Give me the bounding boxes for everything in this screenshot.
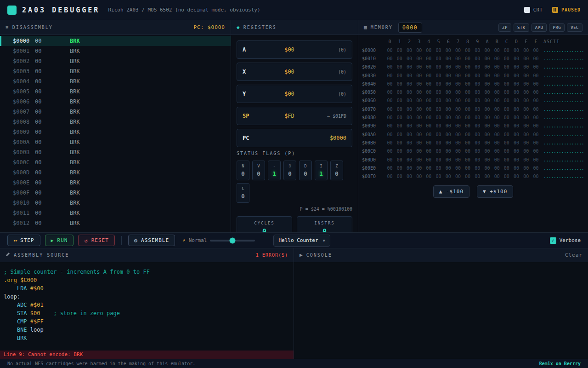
disasm-row[interactable]: $000200BRK — [0, 56, 231, 66]
memory-byte: 00 — [404, 90, 414, 95]
memory-page-up-button[interactable]: ▲ -$100 — [433, 185, 469, 198]
source-token: ADC — [17, 302, 27, 308]
disasm-mnemonic: BRK — [70, 48, 80, 54]
memory-byte: 00 — [424, 157, 434, 162]
memory-shortcuts: ZPSTKAPUPRGVEC — [496, 23, 582, 32]
memory-byte: 00 — [404, 81, 414, 86]
run-button[interactable]: ▶ RUN — [45, 235, 74, 246]
console-clear-button[interactable]: Clear — [565, 252, 582, 258]
console-panel: ▶ CONSOLE Clear — [294, 248, 588, 359]
memory-byte: 00 — [511, 157, 521, 162]
memory-byte: 00 — [502, 115, 511, 120]
disasm-row[interactable]: $000300BRK — [0, 66, 231, 76]
disasm-row[interactable]: $000F00BRK — [0, 188, 231, 198]
p-register-summary: P = $24 = %00100100 — [237, 207, 352, 212]
disasm-row[interactable]: $000E00BRK — [0, 178, 231, 188]
memory-column-headers: 0123456789ABCDEFASCII — [362, 38, 584, 45]
memory-address-input[interactable] — [398, 23, 422, 33]
memory-row: $001000000000000000000000000000000000...… — [362, 54, 584, 63]
memory-byte: 00 — [424, 73, 434, 78]
flag-name: D — [304, 164, 306, 168]
memory-byte: 00 — [414, 98, 424, 103]
memory-byte: 00 — [502, 157, 511, 162]
memory-byte: 00 — [395, 166, 404, 171]
memory-byte: 00 — [482, 166, 492, 171]
disasm-row[interactable]: $001200BRK — [0, 218, 231, 228]
disasm-row[interactable]: $000D00BRK — [0, 167, 231, 178]
disasm-row[interactable]: $000000BRK — [0, 36, 231, 46]
disasm-row[interactable]: $000800BRK — [0, 117, 231, 127]
memory-byte: 00 — [492, 73, 502, 78]
register-value: $00 — [259, 91, 320, 97]
program-select[interactable]: Hello Counter ▼ — [273, 235, 330, 247]
disasm-row[interactable]: $000600BRK — [0, 97, 231, 107]
memory-shortcut-stk[interactable]: STK — [514, 23, 529, 32]
memory-byte: 00 — [453, 140, 463, 145]
memory-byte: 00 — [531, 64, 541, 69]
memory-byte: 00 — [414, 174, 424, 179]
disasm-row[interactable]: $000A00BRK — [0, 137, 231, 147]
memory-byte: 00 — [482, 132, 492, 137]
step-button[interactable]: ▸▸ STEP — [7, 235, 40, 246]
register-pc: PC$0000 — [237, 129, 352, 147]
memory-byte: 00 — [453, 123, 463, 128]
memory-row: $008000000000000000000000000000000000...… — [362, 113, 584, 121]
source-editor[interactable]: ; Simple counter - increments A from 0 t… — [0, 262, 294, 351]
memory-col-header: 3 — [414, 39, 424, 44]
memory-byte: 00 — [463, 140, 473, 145]
memory-byte: 00 — [521, 123, 531, 128]
memory-byte: 00 — [443, 81, 453, 86]
disasm-row[interactable]: $000100BRK — [0, 46, 231, 56]
source-line: LDA #$00 — [4, 284, 290, 293]
disasm-row[interactable]: $000C00BRK — [0, 157, 231, 167]
source-line: BRK — [4, 334, 290, 342]
pc-label: PC: $0000 — [193, 24, 225, 30]
disasm-row[interactable]: $001100BRK — [0, 208, 231, 218]
memory-ascii: ................ — [543, 98, 584, 103]
disasm-row[interactable]: $000400BRK — [0, 76, 231, 86]
memory-byte: 00 — [521, 98, 531, 103]
memory-page-down-button[interactable]: ▼ +$100 — [477, 185, 513, 198]
crt-checkbox[interactable] — [524, 7, 530, 13]
disasm-row[interactable]: $000700BRK — [0, 107, 231, 117]
disasm-row[interactable]: $000B00BRK — [0, 147, 231, 157]
memory-shortcut-zp[interactable]: ZP — [498, 23, 511, 32]
disasm-mnemonic: BRK — [70, 200, 80, 206]
slider-thumb[interactable] — [230, 237, 236, 243]
memory-row: $00B000000000000000000000000000000000...… — [362, 138, 584, 147]
reset-button[interactable]: ↺ RESET — [78, 235, 114, 246]
memory-byte: 00 — [473, 132, 482, 137]
flag-name: Z — [335, 164, 338, 168]
memory-byte: 00 — [531, 107, 541, 112]
source-line: .org $C000 — [4, 276, 290, 284]
memory-byte: 00 — [443, 115, 453, 120]
source-token — [4, 318, 17, 325]
memory-col-header: 9 — [473, 39, 482, 44]
verbose-toggle[interactable]: ✓ Verbose — [550, 237, 581, 244]
disasm-byte: 00 — [35, 88, 70, 95]
disasm-row[interactable]: $000500BRK — [0, 86, 231, 97]
memory-shortcut-prg[interactable]: PRG — [549, 23, 565, 32]
memory-byte: 00 — [404, 166, 414, 171]
memory-ascii: ................ — [543, 48, 584, 53]
memory-byte: 00 — [463, 48, 473, 53]
memory-shortcut-vec[interactable]: VEC — [567, 23, 582, 32]
disasm-row[interactable]: $001000BRK — [0, 198, 231, 208]
memory-byte: 00 — [531, 174, 541, 179]
memory-byte: 00 — [492, 149, 502, 154]
memory-byte: 00 — [404, 123, 414, 128]
play-icon: ▶ — [51, 238, 54, 243]
remix-link[interactable]: Remix on Berrry — [539, 361, 581, 366]
source-token: ; Simple counter - increments A from 0 t… — [4, 269, 150, 275]
memory-byte: 00 — [492, 48, 502, 53]
memory-ascii: ................ — [543, 56, 584, 61]
memory-byte: 00 — [511, 166, 521, 171]
verbose-checkbox[interactable]: ✓ — [550, 237, 556, 244]
speed-slider[interactable] — [210, 237, 255, 244]
memory-byte: 00 — [424, 48, 434, 53]
memory-byte: 00 — [473, 73, 482, 78]
disasm-row[interactable]: $000900BRK — [0, 127, 231, 137]
crt-toggle[interactable]: CRT — [524, 7, 543, 13]
assemble-button[interactable]: ⚙ ASSEMBLE — [128, 235, 175, 246]
memory-shortcut-apu[interactable]: APU — [531, 23, 547, 32]
